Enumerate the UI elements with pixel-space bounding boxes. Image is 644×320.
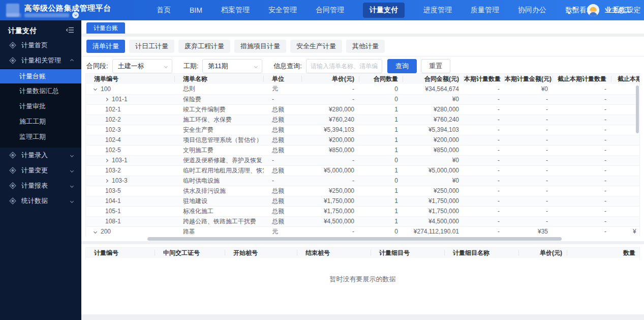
fullscreen-icon[interactable] xyxy=(568,7,575,14)
tree-cell: 103-2 xyxy=(94,167,170,174)
query-button[interactable]: 查询 xyxy=(387,59,417,73)
table-row[interactable]: 104-1驻地建设总额¥1,750,0001¥1,750,000--- xyxy=(86,196,640,206)
cell-cur_qty: - xyxy=(464,135,505,145)
table-row[interactable]: 102-2施工环保、水保费总额¥760,2401¥760,240--- xyxy=(86,114,640,125)
cell-unit: 总额 xyxy=(264,206,302,216)
expand-open-icon[interactable] xyxy=(94,229,97,233)
sidebar-item-计量数据汇总[interactable]: 计量数据汇总 xyxy=(0,83,81,99)
column-header: 本期计量数量 xyxy=(464,74,505,84)
cell-cum_amt xyxy=(611,186,640,196)
row-code: 104-1 xyxy=(105,197,121,205)
tab-其他计量[interactable]: 其他计量 xyxy=(346,40,385,53)
sidebar-collapse-icon[interactable] xyxy=(66,26,74,36)
nav-item-首页[interactable]: 首页 xyxy=(157,6,171,15)
cell-name: 标准化施工 xyxy=(175,206,264,216)
horizontal-scrollbar[interactable] xyxy=(147,237,562,241)
cell-amount: ¥5,394,103 xyxy=(403,125,464,135)
tab-措施项目计量[interactable]: 措施项目计量 xyxy=(234,40,286,53)
expand-closed-icon[interactable] xyxy=(105,97,108,101)
table-row[interactable]: 103-2临时工程用地租用及清理、恢复与还...总额¥5,000,0001¥5,… xyxy=(86,165,640,176)
table-row[interactable]: 200路基元-0¥274,112,190.01-¥35-¥ xyxy=(86,226,640,237)
vertical-scrollbar[interactable] xyxy=(636,85,639,133)
nav-item-质量管理[interactable]: 质量管理 xyxy=(471,6,499,15)
cell-cur_qty: - xyxy=(464,226,505,237)
sidebar-item-计量审批[interactable]: 计量审批 xyxy=(0,99,81,114)
user-menu[interactable]: 业主总工 xyxy=(605,6,637,15)
cell-name: 竣工文件编制费 xyxy=(175,104,264,114)
tab-计日工计量[interactable]: 计日工计量 xyxy=(129,40,174,53)
tab-安全生产计量[interactable]: 安全生产计量 xyxy=(290,40,342,53)
cell-code: 102-2 xyxy=(86,114,175,125)
table-row[interactable]: 103-5供水及排污设施总额¥250,0001¥250,000--- xyxy=(86,186,640,196)
cell-cur_amt: - xyxy=(505,155,553,165)
sidebar-item-计量相关管理[interactable]: 计量相关管理 xyxy=(0,53,81,68)
nav-item-安全管理[interactable]: 安全管理 xyxy=(268,6,297,15)
cell-cum_qty: - xyxy=(553,206,611,216)
nav-item-档案管理[interactable]: 档案管理 xyxy=(221,6,250,15)
nav-item-计量支付[interactable]: 计量支付 xyxy=(363,3,405,18)
expand-closed-icon[interactable] xyxy=(105,158,108,162)
table-row[interactable]: 102-5文明施工费总额¥850,0001¥850,000--- xyxy=(86,145,640,155)
table-row[interactable]: 101-1保险费--0¥0--- xyxy=(86,94,640,104)
column-header: 清单编号 xyxy=(86,74,175,84)
sidebar-item-计量变更[interactable]: 计量变更 xyxy=(0,163,81,178)
reset-button[interactable]: 重置 xyxy=(421,59,450,73)
table-row[interactable]: 102-3安全生产费总额¥5,394,1031¥5,394,103--- xyxy=(86,125,640,135)
tree-cell: 105-1 xyxy=(94,208,170,215)
subtitle-dropdown-icon[interactable] xyxy=(72,12,79,18)
cell-qty: 1 xyxy=(359,114,403,125)
cell-cum_amt xyxy=(611,216,640,226)
table-row[interactable]: 108-1跨越公路、铁路施工干扰费总额¥4,500,0001¥4,500,000… xyxy=(86,216,640,226)
period-select[interactable]: 第11期 xyxy=(202,59,262,73)
cell-cum_qty: - xyxy=(553,196,611,206)
user-avatar[interactable] xyxy=(587,4,599,16)
nav-item-协同办公[interactable]: 协同办公 xyxy=(518,6,546,15)
row-code: 102-5 xyxy=(105,147,121,154)
cell-cur_qty: - xyxy=(464,186,505,196)
table-row[interactable]: 100总则元-0¥34,564,674-¥0- xyxy=(86,84,640,94)
column-header: 中间交工证号 xyxy=(155,248,225,258)
nav-item-合同管理[interactable]: 合同管理 xyxy=(316,6,344,15)
tab-废弃工程计量[interactable]: 废弃工程计量 xyxy=(178,40,230,53)
table-row[interactable]: 105-1标准化施工总额¥1,750,0001¥1,750,000--- xyxy=(86,206,640,216)
column-header: 合同数量 xyxy=(359,74,403,84)
cell-cur_amt: ¥0 xyxy=(505,84,553,94)
sidebar-item-计量报表[interactable]: 计量报表 xyxy=(0,178,81,193)
search-input[interactable] xyxy=(306,59,382,73)
cell-cum_amt xyxy=(611,155,640,165)
cell-cum_qty: - xyxy=(553,216,611,226)
cell-unit: 总额 xyxy=(264,196,302,206)
contract-select[interactable]: 土建一标 xyxy=(112,59,172,73)
sidebar-item-计量台账[interactable]: 计量台账 xyxy=(0,69,81,83)
cell-qty: 0 xyxy=(359,226,403,237)
page-tabstrip: 计量台账 xyxy=(81,20,644,34)
sidebar-item-计量录入[interactable]: 计量录入 xyxy=(0,148,81,163)
detail-header-row: 计量编号中间交工证号开始桩号结束桩号计量细目号计量细目名称单价(元)数量 xyxy=(86,248,640,258)
table-row[interactable]: 103-1便道及便桥修建、养护及恢复--0¥0--- xyxy=(86,155,640,165)
sidebar-item-计量首页[interactable]: 计量首页 xyxy=(0,38,81,53)
cell-amount: ¥850,000 xyxy=(403,145,464,155)
nav-item-BIM[interactable]: BIM xyxy=(190,6,202,14)
table-row[interactable]: 102-1竣工文件编制费总额¥280,0001¥280,000--- xyxy=(86,104,640,114)
expand-closed-icon[interactable] xyxy=(105,179,108,182)
cell-code: 102-4 xyxy=(86,135,175,145)
table-row[interactable]: 103-3临时供电设施--0¥0--- xyxy=(86,176,640,186)
tab-清单计量[interactable]: 清单计量 xyxy=(86,40,125,53)
column-header: 单价(元) xyxy=(302,74,359,84)
cell-code: 108-1 xyxy=(86,216,175,226)
cell-qty: 0 xyxy=(359,84,403,94)
cell-name: 施工环保、水保费 xyxy=(175,114,264,125)
expand-open-icon[interactable] xyxy=(94,87,97,91)
cell-amount: ¥34,564,674 xyxy=(403,84,464,94)
table-row[interactable]: 102-4项目信息管理系统（暂估价）总额¥200,0001¥200,000--- xyxy=(86,135,640,145)
chevron-down-icon xyxy=(634,8,637,11)
sidebar-item-label: 计量录入 xyxy=(21,151,71,160)
sidebar-item-统计数据[interactable]: 统计数据 xyxy=(0,193,81,209)
sidebar-item-监理工期[interactable]: 监理工期 xyxy=(0,129,81,144)
page-tab-ledger[interactable]: 计量台账 xyxy=(86,22,125,34)
cell-code: 103-5 xyxy=(86,186,175,196)
nav-item-进度管理[interactable]: 进度管理 xyxy=(423,6,452,15)
cell-price: ¥280,000 xyxy=(302,104,359,114)
cell-cum_amt xyxy=(611,176,640,186)
sidebar-item-施工工期[interactable]: 施工工期 xyxy=(0,114,81,129)
